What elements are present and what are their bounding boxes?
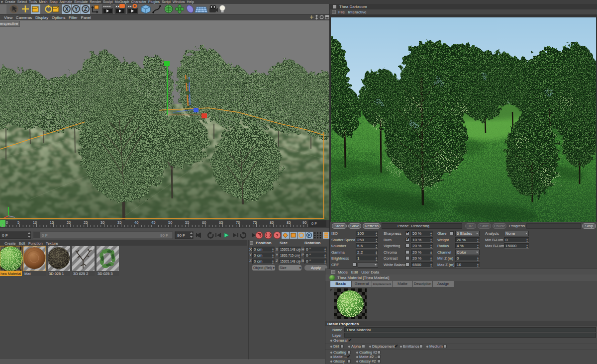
svg-text:25: 25 bbox=[84, 220, 88, 225]
svg-text:20: 20 bbox=[67, 220, 71, 225]
svg-text:55: 55 bbox=[185, 220, 189, 225]
svg-text:45: 45 bbox=[151, 220, 155, 225]
svg-text:5: 5 bbox=[17, 220, 19, 225]
svg-text:3D 025 3: 3D 025 3 bbox=[98, 272, 112, 276]
svg-text:10: 10 bbox=[33, 220, 37, 225]
svg-text:3D 025 1: 3D 025 1 bbox=[49, 272, 64, 276]
svg-text:35: 35 bbox=[117, 220, 121, 225]
svg-text:50: 50 bbox=[168, 220, 172, 225]
svg-text:Mat: Mat bbox=[24, 272, 31, 276]
svg-text:15: 15 bbox=[50, 220, 54, 225]
svg-text:70: 70 bbox=[236, 220, 240, 225]
svg-text:60: 60 bbox=[202, 220, 206, 225]
svg-text:3D 025 2: 3D 025 2 bbox=[73, 272, 88, 276]
svg-text:X: X bbox=[65, 6, 69, 12]
svg-text:90 F: 90 F bbox=[160, 233, 168, 238]
svg-text:hea Material: hea Material bbox=[0, 272, 21, 276]
svg-text:85: 85 bbox=[287, 220, 291, 225]
svg-text:90: 90 bbox=[302, 220, 306, 225]
svg-text:0 F: 0 F bbox=[2, 233, 8, 238]
svg-text:P: P bbox=[308, 233, 311, 238]
svg-text:30: 30 bbox=[100, 220, 104, 225]
svg-text:0 F: 0 F bbox=[42, 233, 48, 238]
svg-text:0: 0 bbox=[6, 220, 8, 225]
svg-text:?: ? bbox=[276, 233, 279, 238]
svg-text:80: 80 bbox=[270, 220, 274, 225]
svg-text:90 F: 90 F bbox=[177, 233, 185, 238]
svg-text:75: 75 bbox=[253, 220, 257, 225]
svg-text:Z: Z bbox=[84, 6, 87, 12]
svg-text:Y: Y bbox=[75, 6, 78, 12]
svg-text:40: 40 bbox=[134, 220, 138, 225]
svg-text:0 F: 0 F bbox=[311, 221, 317, 226]
svg-text:65: 65 bbox=[219, 220, 223, 225]
